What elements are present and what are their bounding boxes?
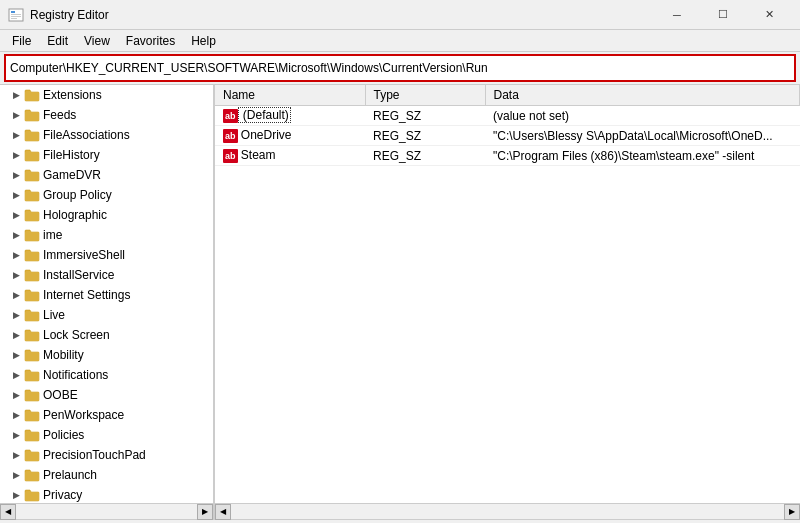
maximize-button[interactable]: ☐: [700, 0, 746, 30]
col-name[interactable]: Name: [215, 85, 365, 106]
tree-item[interactable]: ▶ OOBE: [0, 385, 213, 405]
tree-item[interactable]: ▶ PrecisionTouchPad: [0, 445, 213, 465]
folder-icon: [24, 427, 40, 443]
menu-file[interactable]: File: [4, 32, 39, 50]
tree-label: Live: [43, 308, 65, 322]
menu-bar: File Edit View Favorites Help: [0, 30, 800, 52]
tree-item[interactable]: ▶ Prelaunch: [0, 465, 213, 485]
folder-icon: [24, 387, 40, 403]
folder-icon: [24, 267, 40, 283]
tree-label: Privacy: [43, 488, 82, 502]
tree-item[interactable]: ▶ Live: [0, 305, 213, 325]
expand-icon[interactable]: ▶: [8, 447, 24, 463]
address-input[interactable]: [10, 61, 790, 75]
expand-icon[interactable]: ▶: [8, 467, 24, 483]
tree-item[interactable]: ▶ Policies: [0, 425, 213, 445]
bottom-right-scroll: ◀ ▶: [215, 504, 800, 519]
menu-view[interactable]: View: [76, 32, 118, 50]
expand-icon[interactable]: ▶: [8, 307, 24, 323]
ab-icon: ab: [223, 149, 238, 163]
expand-icon[interactable]: ▶: [8, 487, 24, 503]
tree-item[interactable]: ▶ Group Policy: [0, 185, 213, 205]
svg-rect-4: [11, 18, 17, 19]
svg-rect-1: [11, 11, 15, 13]
svg-rect-3: [11, 16, 21, 17]
tree-item[interactable]: ▶ Holographic: [0, 205, 213, 225]
scroll-right-btn[interactable]: ▶: [197, 504, 213, 520]
entry-type: REG_SZ: [365, 126, 485, 146]
entry-name-text: Steam: [238, 148, 276, 162]
folder-icon: [24, 107, 40, 123]
expand-icon[interactable]: ▶: [8, 327, 24, 343]
expand-icon[interactable]: ▶: [8, 427, 24, 443]
table-row[interactable]: ab OneDriveREG_SZ"C:\Users\Blessy S\AppD…: [215, 126, 800, 146]
bottom-area: ◀ ▶ ◀ ▶: [0, 503, 800, 519]
tree-item[interactable]: ▶ Internet Settings: [0, 285, 213, 305]
tree-label: Notifications: [43, 368, 108, 382]
folder-icon: [24, 327, 40, 343]
expand-icon[interactable]: ▶: [8, 187, 24, 203]
folder-icon: [24, 287, 40, 303]
tree-item[interactable]: ▶ GameDVR: [0, 165, 213, 185]
folder-icon: [24, 227, 40, 243]
scroll-right-btn2[interactable]: ▶: [784, 504, 800, 520]
expand-icon[interactable]: ▶: [8, 407, 24, 423]
close-button[interactable]: ✕: [746, 0, 792, 30]
expand-icon[interactable]: ▶: [8, 107, 24, 123]
entry-name-text: OneDrive: [238, 128, 292, 142]
entry-data: "C:\Users\Blessy S\AppData\Local\Microso…: [485, 126, 800, 146]
menu-favorites[interactable]: Favorites: [118, 32, 183, 50]
tree-item[interactable]: ▶ InstallService: [0, 265, 213, 285]
tree-label: Feeds: [43, 108, 76, 122]
reg-icon: ab: [223, 129, 238, 143]
expand-icon[interactable]: ▶: [8, 287, 24, 303]
tree-label: OOBE: [43, 388, 78, 402]
menu-edit[interactable]: Edit: [39, 32, 76, 50]
folder-icon: [24, 307, 40, 323]
expand-icon[interactable]: ▶: [8, 347, 24, 363]
menu-help[interactable]: Help: [183, 32, 224, 50]
expand-icon[interactable]: ▶: [8, 267, 24, 283]
expand-icon[interactable]: ▶: [8, 227, 24, 243]
expand-icon[interactable]: ▶: [8, 167, 24, 183]
scroll-left-btn[interactable]: ◀: [0, 504, 16, 520]
entry-data: "C:\Program Files (x86)\Steam\steam.exe"…: [485, 146, 800, 166]
tree-item[interactable]: ▶ FileAssociations: [0, 125, 213, 145]
ab-icon: ab: [223, 109, 238, 123]
tree-item[interactable]: ▶ Privacy: [0, 485, 213, 503]
reg-icon: ab: [223, 149, 238, 163]
tree-label: Prelaunch: [43, 468, 97, 482]
tree-label: FileHistory: [43, 148, 100, 162]
tree-item[interactable]: ▶ Lock Screen: [0, 325, 213, 345]
expand-icon[interactable]: ▶: [8, 387, 24, 403]
table-row[interactable]: ab SteamREG_SZ"C:\Program Files (x86)\St…: [215, 146, 800, 166]
expand-icon[interactable]: ▶: [8, 207, 24, 223]
data-scroll[interactable]: Name Type Data ab (Default)REG_SZ(value …: [215, 85, 800, 503]
expand-icon[interactable]: ▶: [8, 147, 24, 163]
expand-icon[interactable]: ▶: [8, 247, 24, 263]
col-type[interactable]: Type: [365, 85, 485, 106]
expand-icon[interactable]: ▶: [8, 127, 24, 143]
address-bar[interactable]: [4, 54, 796, 82]
col-data[interactable]: Data: [485, 85, 800, 106]
scroll-left-btn2[interactable]: ◀: [215, 504, 231, 520]
tree-item[interactable]: ▶ Extensions: [0, 85, 213, 105]
reg-icon: ab: [223, 109, 238, 123]
tree-item[interactable]: ▶ PenWorkspace: [0, 405, 213, 425]
tree-scroll[interactable]: ▶ Extensions▶ Feeds▶ FileAssociations▶ F…: [0, 85, 213, 503]
tree-item[interactable]: ▶ Feeds: [0, 105, 213, 125]
title-bar-left: Registry Editor: [8, 7, 109, 23]
entry-type: REG_SZ: [365, 146, 485, 166]
ab-icon: ab: [223, 129, 238, 143]
tree-item[interactable]: ▶ Mobility: [0, 345, 213, 365]
tree-item[interactable]: ▶ ImmersiveShell: [0, 245, 213, 265]
minimize-button[interactable]: ─: [654, 0, 700, 30]
folder-icon: [24, 247, 40, 263]
tree-item[interactable]: ▶ FileHistory: [0, 145, 213, 165]
tree-item[interactable]: ▶ Notifications: [0, 365, 213, 385]
tree-label: ime: [43, 228, 62, 242]
expand-icon[interactable]: ▶: [8, 87, 24, 103]
table-row[interactable]: ab (Default)REG_SZ(value not set): [215, 106, 800, 126]
expand-icon[interactable]: ▶: [8, 367, 24, 383]
tree-item[interactable]: ▶ ime: [0, 225, 213, 245]
